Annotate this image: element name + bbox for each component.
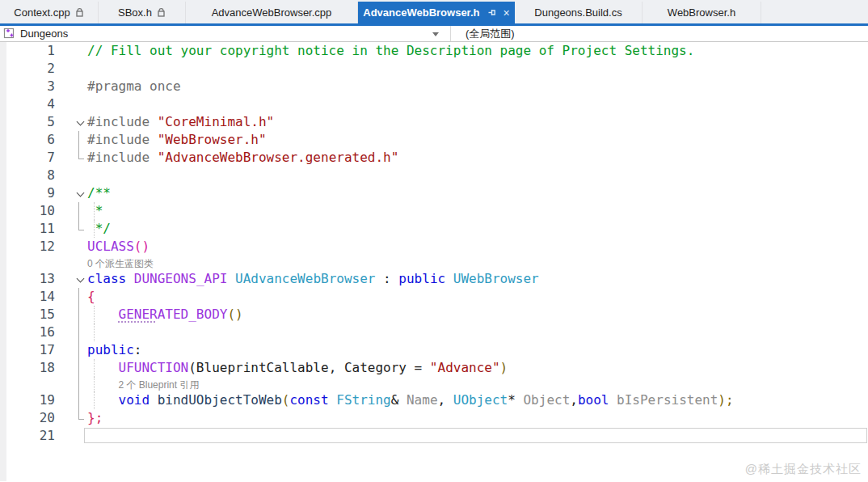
code-text bbox=[87, 323, 868, 341]
pin-icon[interactable] bbox=[488, 8, 497, 17]
cpp-project-icon bbox=[3, 27, 15, 40]
code-token: const bbox=[289, 392, 328, 408]
glyph-margin bbox=[55, 113, 75, 131]
tab-label: Dungeons.Build.cs bbox=[534, 6, 622, 19]
line-number: 9 bbox=[0, 184, 55, 202]
code-token: { bbox=[87, 289, 95, 304]
glyph-margin bbox=[55, 149, 75, 167]
glyph-margin bbox=[55, 288, 75, 306]
glyph-margin bbox=[55, 42, 75, 60]
fold-margin bbox=[75, 270, 87, 288]
fold-guide-line bbox=[78, 288, 79, 306]
code-token: UWebBrowser bbox=[453, 271, 539, 286]
line-number: 16 bbox=[0, 323, 55, 341]
code-text: */ bbox=[87, 220, 868, 238]
code-text: UCLASS() bbox=[87, 238, 868, 256]
code-token: ) bbox=[500, 360, 508, 375]
code-token: : bbox=[134, 342, 142, 357]
visual-studio-window: Context.cpp SBox.h AdvanceWebBrowser.cpp… bbox=[0, 0, 868, 482]
fold-guide-line bbox=[78, 323, 79, 341]
glyph-margin bbox=[55, 131, 75, 149]
code-line: 10 * bbox=[0, 202, 868, 220]
fold-margin bbox=[75, 359, 87, 377]
tab-label: SBox.h bbox=[118, 6, 152, 19]
fold-guide-end bbox=[78, 149, 84, 159]
codelens-label[interactable]: 0 个派生蓝图类 bbox=[87, 258, 154, 269]
code-text: // Fill out your copyright notice in the… bbox=[87, 42, 868, 60]
code-line: 9/** bbox=[0, 184, 868, 202]
codelens-line: 2 个 Blueprint 引用 bbox=[0, 377, 868, 391]
fold-toggle-chevron-down-icon[interactable] bbox=[77, 189, 85, 197]
line-number: 6 bbox=[0, 131, 55, 149]
tab-label: AdvanceWebBrowser.cpp bbox=[212, 6, 332, 19]
tab-webbrowser-h[interactable]: WebBrowser.h bbox=[643, 2, 761, 23]
code-line: 21 bbox=[0, 427, 868, 445]
tab-dungeons-build-cs[interactable]: Dungeons.Build.cs bbox=[515, 2, 643, 23]
code-line: 13class DUNGEONS_API UAdvanceWebBrowser … bbox=[0, 270, 868, 288]
line-number: 19 bbox=[0, 391, 55, 409]
tab-label: Context.cpp bbox=[14, 6, 70, 19]
glyph-margin bbox=[55, 78, 75, 95]
code-line: 11 */ bbox=[0, 220, 868, 238]
line-number: 14 bbox=[0, 288, 55, 306]
close-icon[interactable]: × bbox=[504, 7, 510, 19]
code-token: DUNGEONS_API bbox=[134, 271, 228, 286]
code-token: , bbox=[438, 392, 453, 408]
line-number: 3 bbox=[0, 78, 55, 95]
code-text: * bbox=[87, 202, 868, 220]
tab-context-cpp[interactable]: Context.cpp bbox=[0, 2, 99, 23]
line-number: 8 bbox=[0, 167, 55, 184]
fold-margin bbox=[75, 409, 87, 427]
glyph-margin bbox=[55, 220, 75, 238]
glyph-margin bbox=[55, 167, 75, 184]
glyph-margin bbox=[55, 60, 75, 78]
tab-sbox-h[interactable]: SBox.h bbox=[99, 2, 186, 23]
code-text: GENERATED_BODY() bbox=[87, 306, 868, 323]
project-selector[interactable]: Dungeons bbox=[0, 26, 451, 41]
code-line: 2 bbox=[0, 60, 868, 78]
code-token: UFUNCTION bbox=[119, 360, 189, 375]
code-token: "CoreMinimal.h" bbox=[158, 114, 275, 129]
fold-margin bbox=[75, 288, 87, 306]
scope-selector[interactable]: (全局范围) bbox=[451, 26, 868, 41]
code-editor[interactable]: 1// Fill out your copyright notice in th… bbox=[0, 42, 868, 481]
fold-margin bbox=[75, 113, 87, 131]
fold-toggle-chevron-down-icon[interactable] bbox=[77, 118, 85, 126]
code-text: /** bbox=[87, 184, 868, 202]
fold-guide-line bbox=[78, 306, 79, 323]
glyph-margin bbox=[55, 238, 75, 256]
code-token: (BlueprintCallable, Category = bbox=[188, 360, 430, 375]
fold-margin bbox=[75, 323, 87, 341]
code-text: #include "AdvanceWebBrowser.generated.h" bbox=[87, 149, 868, 167]
tab-advancewebbrowser-cpp[interactable]: AdvanceWebBrowser.cpp bbox=[186, 2, 358, 23]
codelens-label[interactable]: 2 个 Blueprint 引用 bbox=[87, 379, 199, 391]
tab-label: AdvanceWebBrowser.h bbox=[363, 6, 479, 19]
code-token: class bbox=[87, 271, 126, 286]
glyph-margin bbox=[55, 95, 75, 113]
code-token: public bbox=[87, 342, 134, 357]
fold-guide-line bbox=[78, 377, 79, 391]
watermark-text: @稀土掘金技术社区 bbox=[745, 462, 862, 477]
code-line: 6#include "WebBrowser.h" bbox=[0, 131, 868, 149]
code-token: * bbox=[87, 203, 103, 218]
code-token bbox=[227, 271, 235, 286]
code-line: 5#include "CoreMinimal.h" bbox=[0, 113, 868, 131]
tab-advancewebbrowser-h-active[interactable]: AdvanceWebBrowser.h × bbox=[358, 2, 515, 23]
code-line: 12UCLASS() bbox=[0, 238, 868, 256]
code-text: UFUNCTION(BlueprintCallable, Category = … bbox=[87, 359, 868, 377]
code-text: public: bbox=[87, 341, 868, 359]
code-token: void bbox=[119, 392, 150, 408]
glyph-margin bbox=[55, 409, 75, 427]
fold-toggle-chevron-down-icon[interactable] bbox=[77, 275, 85, 283]
fold-margin bbox=[75, 256, 87, 270]
lock-icon bbox=[75, 7, 84, 18]
code-text: { bbox=[87, 288, 868, 306]
code-text: #pragma once bbox=[87, 78, 868, 95]
glyph-margin bbox=[55, 202, 75, 220]
fold-margin bbox=[75, 167, 87, 184]
scope-selector-label: (全局范围) bbox=[466, 27, 515, 41]
fold-guide-line bbox=[78, 341, 79, 359]
glyph-margin bbox=[55, 427, 75, 445]
code-token: bindUObjectToWeb bbox=[150, 392, 282, 408]
indent-guide bbox=[94, 323, 95, 341]
